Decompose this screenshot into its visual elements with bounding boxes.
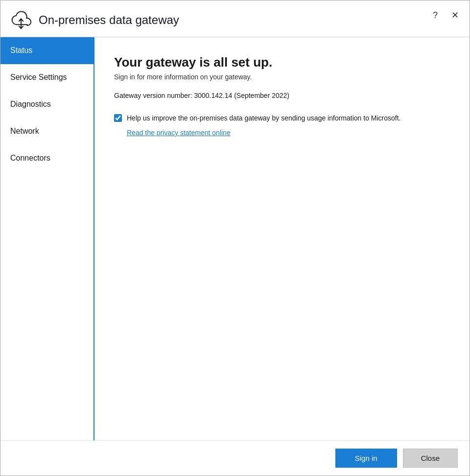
usage-checkbox-row: Help us improve the on-premises data gat… [114,113,450,124]
sidebar-label-connectors: Connectors [10,154,50,162]
sidebar-item-service-settings[interactable]: Service Settings [0,64,94,91]
title-bar: On-premises data gateway ? ✕ [0,0,470,37]
sidebar-label-diagnostics: Diagnostics [10,100,51,108]
cloud-gateway-icon [10,9,32,31]
app-window: On-premises data gateway ? ✕ Status Serv… [0,0,470,476]
sidebar-label-service-settings: Service Settings [10,73,67,81]
sidebar-item-network[interactable]: Network [0,118,94,145]
privacy-link[interactable]: Read the privacy statement online [127,129,450,137]
close-button[interactable]: Close [403,449,458,468]
app-title: On-premises data gateway [39,13,179,27]
window-controls: ? ✕ [428,8,462,22]
content-area: Status Service Settings Diagnostics Netw… [0,37,470,440]
sidebar-label-status: Status [10,46,32,54]
sidebar-item-status[interactable]: Status [0,37,94,64]
close-window-button[interactable]: ✕ [448,8,462,22]
sidebar-item-connectors[interactable]: Connectors [0,145,94,172]
status-subtext: Sign in for more information on your gat… [114,73,450,81]
sidebar-label-network: Network [10,127,39,135]
sidebar-item-diagnostics[interactable]: Diagnostics [0,91,94,118]
usage-checkbox[interactable] [114,114,122,122]
sign-in-button[interactable]: Sign in [335,449,397,468]
main-content: Your gateway is all set up. Sign in for … [94,37,470,440]
version-text: Gateway version number: 3000.142.14 (Sep… [114,92,450,99]
help-button[interactable]: ? [428,8,442,22]
usage-checkbox-label[interactable]: Help us improve the on-premises data gat… [127,113,401,123]
status-heading: Your gateway is all set up. [114,55,450,70]
footer: Sign in Close [0,440,470,476]
sidebar: Status Service Settings Diagnostics Netw… [0,37,94,440]
usage-checkbox-wrapper[interactable] [114,114,122,124]
